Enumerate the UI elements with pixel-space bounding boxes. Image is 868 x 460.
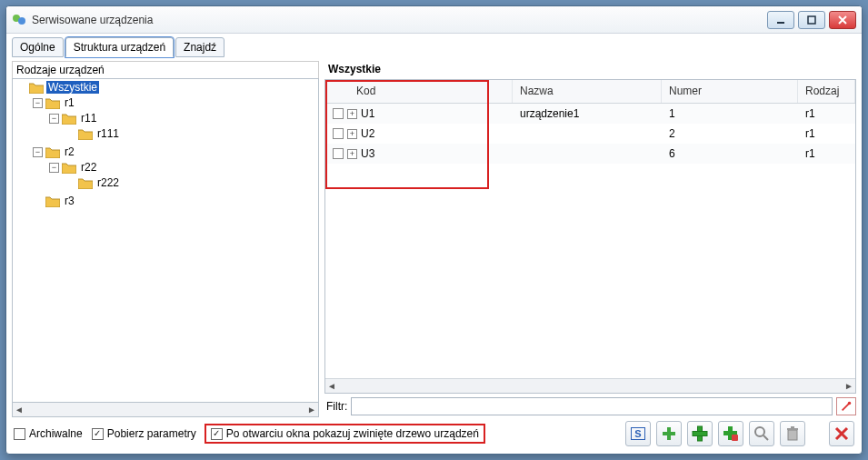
grid-row[interactable]: +U3 6 r1	[325, 144, 855, 164]
collapse-icon[interactable]: −	[33, 98, 43, 108]
folder-icon	[62, 113, 76, 125]
client-area: Ogólne Struktura urządzeń Znajdź Rodzaje…	[6, 34, 862, 454]
tab-find[interactable]: Znajdź	[175, 37, 224, 57]
action-toolbar: S	[625, 421, 854, 446]
tree-label: r22	[79, 161, 98, 174]
tree-node-r1[interactable]: − r1	[31, 95, 318, 110]
maximize-button[interactable]	[798, 11, 825, 29]
grid-title: Wszystkie	[324, 61, 856, 79]
folder-icon	[45, 97, 60, 109]
tab-strip: Ogólne Struktura urządzeń Znajdź	[12, 37, 856, 57]
svg-rect-6	[663, 432, 675, 435]
checkbox-label: Po otwarciu okna pokazuj zwinięte drzewo…	[226, 427, 479, 440]
delete-button[interactable]	[780, 421, 805, 446]
svg-rect-11	[732, 435, 738, 441]
app-icon	[12, 13, 26, 27]
checkbox-icon	[14, 428, 25, 440]
row-checkbox[interactable]	[333, 128, 344, 139]
add-warn-button[interactable]	[718, 421, 743, 446]
checkbox-archive[interactable]: Archiwalne	[14, 427, 83, 440]
checkbox-label: Pobierz parametry	[107, 427, 196, 440]
tree-node-r11[interactable]: − r11	[47, 111, 318, 125]
expand-icon[interactable]: +	[347, 149, 357, 159]
cell-kod: U1	[361, 107, 374, 120]
tree-label: r1	[63, 96, 76, 109]
add-small-button[interactable]	[656, 421, 682, 446]
spacer-icon	[16, 83, 26, 93]
svg-rect-15	[791, 426, 794, 428]
tree-root[interactable]: Wszystkie	[15, 80, 318, 95]
scroll-left-icon[interactable]: ◄	[15, 405, 24, 415]
folder-icon	[78, 177, 93, 189]
col-header-nazwa[interactable]: Nazwa	[513, 80, 662, 103]
grid-header: Kod Nazwa Numer Rodzaj	[325, 80, 855, 104]
tree-node-r3[interactable]: r3	[31, 194, 318, 208]
add-button[interactable]	[687, 421, 713, 446]
collapse-icon[interactable]: −	[49, 114, 59, 124]
tree-node-r111[interactable]: r111	[64, 126, 318, 141]
window-title: Serwisowane urządzenia	[32, 14, 767, 26]
col-header-kod[interactable]: Kod	[325, 80, 513, 103]
window-buttons	[767, 11, 856, 29]
main-split: Rodzaje urządzeń Wszystkie	[12, 61, 856, 417]
filter-label: Filtr:	[324, 400, 347, 413]
cell-rodzaj: r1	[805, 107, 815, 120]
tree-label: r2	[63, 145, 76, 158]
spacer-icon	[65, 129, 75, 139]
letter-s-icon: S	[631, 427, 644, 440]
expand-icon[interactable]: +	[347, 129, 357, 139]
spacer-icon	[33, 196, 43, 206]
svg-rect-13	[788, 430, 797, 440]
svg-rect-3	[808, 16, 815, 24]
cell-rodzaj: r1	[805, 127, 815, 140]
tree-node-r222[interactable]: r222	[64, 175, 318, 190]
cell-kod: U3	[361, 147, 374, 160]
collapse-icon[interactable]: −	[33, 147, 43, 157]
checkbox-checked-icon	[92, 428, 104, 440]
button-s[interactable]: S	[625, 421, 651, 446]
grid: Kod Nazwa Numer Rodzaj +U1 urządzenie1 1…	[324, 79, 856, 394]
checkbox-collapse-tree[interactable]: Po otwarciu okna pokazuj zwinięte drzewo…	[205, 425, 484, 443]
checkbox-fetch-params[interactable]: Pobierz parametry	[92, 427, 196, 440]
tab-structure[interactable]: Struktura urządzeń	[65, 37, 174, 57]
grid-row[interactable]: +U2 2 r1	[325, 124, 855, 144]
left-pane: Rodzaje urządzeń Wszystkie	[12, 61, 319, 417]
minimize-button[interactable]	[767, 11, 794, 29]
close-button[interactable]	[829, 11, 856, 29]
close-panel-button[interactable]	[829, 421, 854, 446]
collapse-icon[interactable]: −	[49, 163, 59, 173]
svg-rect-8	[693, 432, 707, 436]
tree-node-r2[interactable]: − r2	[31, 145, 318, 159]
tree-label: r222	[95, 176, 121, 189]
tree-h-scrollbar[interactable]: ◄ ►	[12, 403, 319, 417]
cell-kod: U2	[361, 127, 374, 140]
expand-icon[interactable]: +	[347, 109, 357, 119]
filter-input[interactable]	[351, 397, 833, 415]
checkbox-label: Archiwalne	[29, 427, 83, 440]
folder-icon	[45, 195, 60, 207]
tab-general[interactable]: Ogólne	[12, 37, 64, 57]
tree-view[interactable]: Wszystkie − r1	[12, 78, 319, 403]
cell-numer: 2	[669, 127, 675, 140]
row-checkbox[interactable]	[333, 148, 344, 159]
cell-numer: 6	[669, 147, 675, 160]
grid-h-scrollbar[interactable]: ◄ ►	[325, 378, 855, 393]
scroll-left-icon[interactable]: ◄	[327, 381, 336, 391]
svg-point-4	[848, 402, 852, 405]
col-header-rodzaj[interactable]: Rodzaj	[798, 80, 855, 103]
tree-node-r22[interactable]: − r22	[47, 160, 318, 175]
svg-rect-14	[787, 428, 798, 430]
title-bar: Serwisowane urządzenia	[6, 6, 862, 34]
svg-point-12	[755, 427, 764, 436]
search-button[interactable]	[749, 421, 774, 446]
cell-numer: 1	[669, 107, 675, 120]
scroll-right-icon[interactable]: ►	[844, 381, 853, 391]
cell-nazwa: urządzenie1	[520, 107, 579, 120]
folder-icon	[78, 128, 93, 140]
filter-clear-button[interactable]	[836, 397, 856, 415]
scroll-right-icon[interactable]: ►	[307, 405, 316, 415]
col-header-numer[interactable]: Numer	[662, 80, 798, 103]
grid-row[interactable]: +U1 urządzenie1 1 r1	[325, 104, 855, 124]
grid-body: +U1 urządzenie1 1 r1 +U2 2 r1 +U3	[325, 104, 855, 378]
row-checkbox[interactable]	[333, 108, 344, 119]
